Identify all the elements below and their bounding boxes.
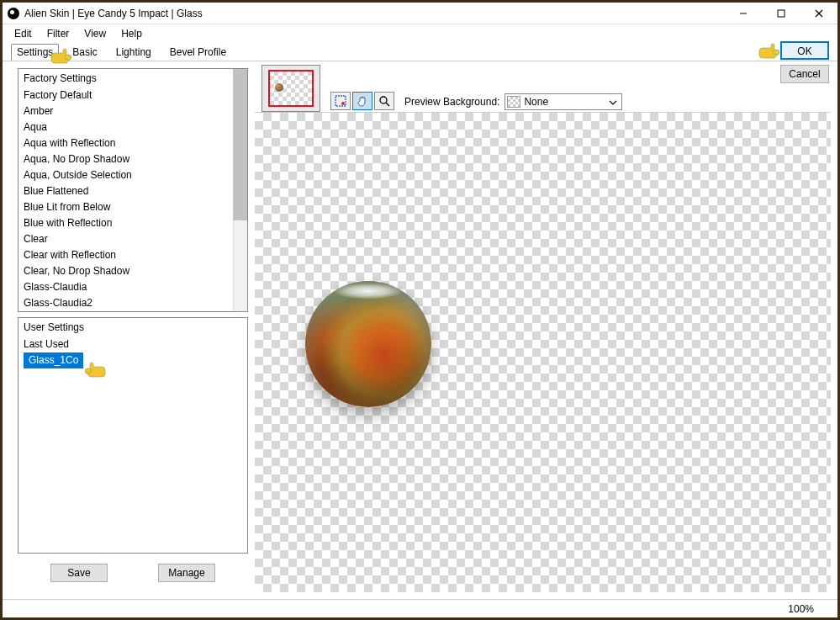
list-item[interactable]: Aqua with Reflection [18, 135, 247, 151]
app-icon [8, 8, 19, 19]
menu-filter[interactable]: Filter [40, 26, 77, 41]
list-item[interactable]: Clear [18, 231, 247, 247]
menu-view[interactable]: View [77, 26, 113, 41]
preview-toolbar: Preview Background: None [255, 61, 837, 112]
preview-background-row: Preview Background: None [404, 93, 622, 110]
list-item[interactable]: Blue with Reflection [18, 215, 247, 231]
settings-buttons-row: Save Manage [18, 559, 248, 592]
preview-background-value: None [524, 96, 548, 108]
tab-lighting[interactable]: Lighting [111, 45, 156, 60]
preview-background-select[interactable]: None [505, 93, 622, 110]
ok-button[interactable]: OK [780, 41, 829, 60]
statusbar: 100% [3, 599, 837, 617]
list-item[interactable]: Clear, No Drop Shadow [18, 263, 247, 279]
zoom-tool-icon[interactable] [374, 92, 394, 110]
window-title: Alien Skin | Eye Candy 5 Impact | Glass [24, 8, 203, 19]
scrollbar-track[interactable] [233, 69, 247, 311]
tab-basic[interactable]: Basic [67, 45, 102, 60]
list-item[interactable]: Glass-Claudia [18, 279, 247, 295]
list-item[interactable]: Amber [18, 103, 247, 119]
factory-settings-list[interactable]: Factory Settings Factory DefaultAmberAqu… [18, 68, 248, 312]
thumbnail-selection [268, 70, 314, 107]
dialog-window: Alien Skin | Eye Candy 5 Impact | Glass … [0, 0, 840, 620]
zoom-level: 100% [788, 603, 814, 615]
marquee-tool-icon[interactable] [330, 92, 351, 110]
list-item[interactable]: Blue Flattened [18, 183, 247, 199]
main-area: Factory Settings Factory DefaultAmberAqu… [3, 61, 837, 599]
svg-point-6 [380, 97, 387, 103]
list-item[interactable]: Factory Default [18, 87, 247, 103]
right-panel: Preview Background: None [255, 61, 837, 599]
svg-point-5 [341, 102, 345, 105]
list-item[interactable]: Glass-Claudia3 [18, 311, 247, 312]
list-item[interactable]: Last Used [18, 336, 247, 352]
list-item[interactable]: Aqua, Outside Selection [18, 167, 247, 183]
tabs-row: Settings Basic Lighting Bevel Profile OK… [3, 43, 837, 61]
thumbnail-frame[interactable] [262, 65, 320, 112]
svg-rect-1 [778, 10, 785, 17]
menu-help[interactable]: Help [114, 26, 149, 41]
checker-swatch-icon [507, 96, 520, 108]
list-item[interactable]: Glass_1Co [18, 352, 247, 368]
titlebar: Alien Skin | Eye Candy 5 Impact | Glass [3, 3, 837, 24]
user-settings-list[interactable]: User Settings Last UsedGlass_1Co [18, 317, 248, 554]
maximize-button[interactable] [762, 3, 800, 24]
list-item[interactable]: Aqua [18, 119, 247, 135]
hand-tool-icon[interactable] [352, 92, 372, 110]
manage-button[interactable]: Manage [158, 564, 215, 582]
left-panel: Factory Settings Factory DefaultAmberAqu… [3, 61, 255, 599]
user-list-header: User Settings [18, 318, 247, 336]
list-item[interactable]: Aqua, No Drop Shadow [18, 151, 247, 167]
preview-background-label: Preview Background: [404, 96, 499, 108]
scrollbar-thumb[interactable] [233, 69, 247, 220]
tab-bevel-profile[interactable]: Bevel Profile [165, 45, 231, 60]
window-controls [724, 3, 837, 24]
svg-line-7 [386, 103, 389, 106]
menubar: Edit Filter View Help [3, 24, 837, 43]
menu-edit[interactable]: Edit [8, 26, 39, 41]
minimize-button[interactable] [724, 3, 762, 24]
list-item[interactable]: Blue Lit from Below [18, 199, 247, 215]
tab-settings[interactable]: Settings [11, 44, 59, 61]
preview-tools [330, 90, 394, 112]
list-item[interactable]: Glass-Claudia2 [18, 295, 247, 311]
close-button[interactable] [800, 3, 837, 24]
factory-list-header: Factory Settings [18, 69, 247, 87]
chevron-down-icon [606, 96, 620, 109]
preview-area[interactable] [255, 112, 831, 592]
list-item[interactable]: Clear with Reflection [18, 247, 247, 263]
thumbnail-content [275, 83, 283, 92]
preview-rendered-object [305, 281, 431, 407]
save-button[interactable]: Save [50, 564, 108, 582]
